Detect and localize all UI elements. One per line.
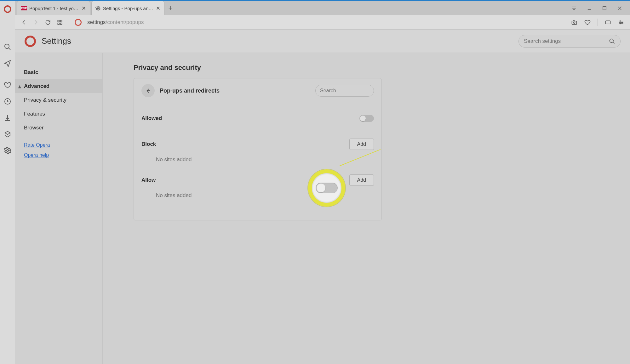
- url-path: /content/popups: [106, 19, 144, 25]
- svg-rect-16: [58, 20, 59, 22]
- allow-label: Allow: [141, 177, 156, 183]
- maximize-icon[interactable]: [602, 5, 607, 11]
- block-add-button[interactable]: Add: [349, 139, 374, 150]
- svg-line-30: [613, 42, 615, 43]
- search-icon[interactable]: [4, 43, 11, 51]
- addr-divider: [69, 19, 69, 26]
- allow-empty: No sites added: [141, 192, 374, 199]
- back-button[interactable]: [141, 84, 155, 97]
- window-controls: [571, 5, 630, 11]
- svg-line-1: [9, 48, 10, 50]
- close-icon[interactable]: [156, 6, 160, 10]
- card-search[interactable]: [315, 85, 374, 97]
- settings-header: Settings: [15, 30, 630, 53]
- sidebar-divider: [5, 74, 10, 74]
- sidebar-toggle-icon[interactable]: [605, 19, 611, 26]
- card-title: Pop-ups and redirects: [160, 88, 220, 94]
- settings-nav: Basic ▴ Advanced Privacy & security Feat…: [15, 53, 103, 364]
- download-icon[interactable]: [4, 114, 11, 122]
- app-sidebar: [0, 1, 15, 364]
- nav-features[interactable]: Features: [15, 107, 102, 121]
- tab-favicon-pop: POP: [21, 6, 27, 10]
- opera-logo-icon[interactable]: [4, 5, 11, 13]
- nav-privacy[interactable]: Privacy & security: [15, 93, 102, 107]
- new-tab-button[interactable]: +: [166, 1, 175, 15]
- svg-rect-13: [603, 6, 606, 10]
- svg-rect-18: [58, 23, 59, 24]
- tab-title: PopupTest 1 - test your pop: [29, 6, 79, 11]
- addr-divider: [598, 19, 598, 26]
- nav-advanced[interactable]: ▴ Advanced: [15, 79, 102, 93]
- arrow-left-icon: [145, 88, 151, 94]
- tab-popuptest[interactable]: POP PopupTest 1 - test your pop: [17, 1, 90, 15]
- search-icon: [609, 38, 615, 44]
- allowed-row: Allowed: [141, 110, 374, 127]
- url-display[interactable]: settings/content/popups: [87, 19, 144, 26]
- section-title: Privacy and security: [134, 64, 630, 72]
- nav-browser[interactable]: Browser: [15, 121, 102, 135]
- send-icon[interactable]: [4, 60, 11, 67]
- gear-icon: [95, 6, 100, 11]
- svg-point-21: [574, 22, 575, 23]
- allow-row: Allow Add: [141, 172, 374, 189]
- search-settings[interactable]: [518, 35, 621, 48]
- settings-content: Basic ▴ Advanced Privacy & security Feat…: [15, 53, 630, 364]
- bookmark-heart-icon[interactable]: [584, 19, 591, 26]
- opera-help-link[interactable]: Opera help: [15, 152, 102, 158]
- svg-point-26: [620, 20, 621, 21]
- search-settings-input[interactable]: [524, 38, 609, 44]
- back-icon[interactable]: [21, 19, 27, 26]
- card-search-input[interactable]: [320, 88, 383, 94]
- tab-strip: POP PopupTest 1 - test your pop Settings…: [17, 1, 175, 15]
- workspace-icon[interactable]: [571, 5, 577, 11]
- block-label: Block: [141, 141, 156, 147]
- url-scheme: settings: [87, 19, 106, 25]
- tab-settings[interactable]: Settings - Pop-ups and red: [91, 1, 164, 15]
- svg-point-27: [622, 22, 623, 23]
- extensions-icon[interactable]: [4, 130, 11, 138]
- close-window-icon[interactable]: [617, 5, 622, 11]
- block-row: Block Add: [141, 136, 374, 153]
- opera-url-icon: [75, 19, 82, 26]
- svg-point-6: [97, 8, 99, 9]
- address-bar: settings/content/popups: [15, 15, 630, 30]
- popups-card: Pop-ups and redirects Allowed Block Add …: [134, 78, 382, 220]
- svg-rect-17: [60, 20, 62, 22]
- nav-basic[interactable]: Basic: [15, 65, 102, 79]
- svg-point-28: [620, 23, 621, 24]
- gear-icon[interactable]: [4, 147, 11, 154]
- allowed-toggle[interactable]: [359, 115, 374, 122]
- rate-opera-link[interactable]: Rate Opera: [15, 142, 102, 148]
- svg-point-3: [7, 150, 9, 151]
- card-header: Pop-ups and redirects: [141, 84, 374, 97]
- settings-main: Privacy and security Pop-ups and redirec…: [103, 53, 630, 364]
- svg-rect-20: [572, 21, 577, 24]
- svg-rect-19: [60, 23, 62, 24]
- easy-setup-icon[interactable]: [618, 19, 624, 26]
- title-bar: POP PopupTest 1 - test your pop Settings…: [15, 1, 630, 15]
- heart-icon[interactable]: [4, 81, 11, 89]
- svg-point-0: [5, 44, 9, 48]
- snapshot-icon[interactable]: [571, 19, 577, 26]
- reload-icon[interactable]: [45, 19, 51, 26]
- nav-advanced-label: Advanced: [24, 83, 49, 89]
- svg-point-29: [610, 39, 614, 43]
- forward-icon[interactable]: [33, 19, 39, 26]
- opera-logo-icon: [25, 36, 36, 47]
- allowed-label: Allowed: [141, 115, 162, 122]
- caret-up-icon: ▴: [18, 83, 21, 90]
- speed-dial-icon[interactable]: [57, 19, 63, 26]
- history-icon[interactable]: [4, 98, 11, 105]
- tab-title: Settings - Pop-ups and red: [103, 6, 153, 11]
- close-icon[interactable]: [82, 6, 86, 10]
- svg-rect-22: [606, 21, 610, 24]
- block-empty: No sites added: [141, 156, 374, 163]
- page-title: Settings: [42, 36, 71, 46]
- minimize-icon[interactable]: [587, 5, 592, 11]
- allow-add-button[interactable]: Add: [349, 174, 374, 186]
